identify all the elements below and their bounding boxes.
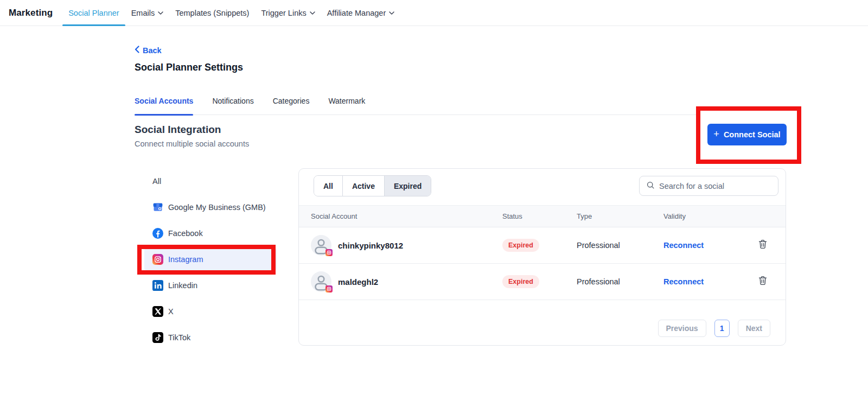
tiktok-icon bbox=[152, 332, 163, 343]
connect-social-label: Connect Social bbox=[724, 130, 781, 139]
tab-social-accounts[interactable]: Social Accounts bbox=[135, 97, 193, 115]
sidebar-item-all[interactable]: All bbox=[144, 168, 277, 194]
reconnect-link[interactable]: Reconnect bbox=[663, 241, 704, 250]
filter-all-button[interactable]: All bbox=[314, 176, 343, 196]
sidebar-item-label: X bbox=[168, 307, 174, 316]
chevron-down-icon bbox=[310, 11, 315, 15]
pagination: Previous 1 Next bbox=[658, 320, 771, 337]
back-link[interactable]: Back bbox=[135, 46, 162, 55]
column-header-validity: Validity bbox=[663, 212, 750, 220]
plus-icon: + bbox=[713, 129, 719, 139]
table-header: Social Account Status Type Validity bbox=[299, 205, 786, 227]
nav-item-label: Templates (Snippets) bbox=[175, 9, 249, 17]
avatar bbox=[311, 271, 331, 292]
social-planner-settings-page: Marketing Social Planner Emails Template… bbox=[0, 0, 868, 407]
status-filter-group: All Active Expired bbox=[314, 175, 431, 196]
column-header-status: Status bbox=[502, 212, 577, 220]
filter-expired-button[interactable]: Expired bbox=[385, 176, 431, 196]
chevron-left-icon bbox=[135, 46, 139, 55]
marketing-title: Marketing bbox=[9, 8, 53, 18]
nav-item-label: Social Planner bbox=[68, 9, 119, 17]
current-page-button[interactable]: 1 bbox=[714, 320, 730, 337]
sidebar-item-label: All bbox=[152, 177, 161, 186]
facebook-icon bbox=[152, 228, 163, 239]
tab-categories[interactable]: Categories bbox=[273, 97, 310, 115]
instagram-badge-icon bbox=[326, 285, 333, 292]
instagram-badge-icon bbox=[326, 249, 333, 256]
settings-tabs: Social Accounts Notifications Categories… bbox=[135, 97, 696, 115]
topnav-items: Social Planner Emails Templates (Snippet… bbox=[62, 0, 400, 26]
nav-item-affiliate-manager[interactable]: Affiliate Manager bbox=[321, 0, 401, 26]
gmb-icon bbox=[152, 202, 163, 213]
annotation-box-connect-social: + Connect Social bbox=[696, 106, 801, 164]
next-page-button[interactable]: Next bbox=[738, 320, 770, 337]
chevron-down-icon bbox=[158, 11, 163, 15]
nav-item-trigger-links[interactable]: Trigger Links bbox=[255, 0, 321, 26]
table-row: maldeghl2 Expired Professional Reconnect bbox=[299, 264, 786, 300]
status-badge: Expired bbox=[502, 275, 539, 288]
account-type: Professional bbox=[577, 277, 663, 286]
column-header-social-account: Social Account bbox=[311, 212, 502, 220]
marketing-topnav: Marketing Social Planner Emails Template… bbox=[0, 0, 868, 26]
tab-watermark[interactable]: Watermark bbox=[328, 97, 365, 115]
delete-account-button[interactable] bbox=[758, 275, 769, 286]
nav-item-label: Affiliate Manager bbox=[327, 9, 386, 17]
sidebar-item-label: TikTok bbox=[168, 333, 190, 342]
filter-active-button[interactable]: Active bbox=[343, 176, 385, 196]
sidebar-item-tiktok[interactable]: TikTok bbox=[144, 325, 277, 351]
chevron-down-icon bbox=[389, 11, 394, 15]
reconnect-link[interactable]: Reconnect bbox=[663, 277, 704, 286]
account-type: Professional bbox=[577, 241, 663, 250]
sidebar-item-label: Linkedin bbox=[168, 281, 197, 290]
tab-notifications[interactable]: Notifications bbox=[212, 97, 253, 115]
nav-item-emails[interactable]: Emails bbox=[125, 0, 170, 26]
sidebar-item-facebook[interactable]: Facebook bbox=[144, 220, 277, 246]
section-subtitle: Connect multiple social accounts bbox=[135, 139, 249, 148]
search-icon bbox=[646, 181, 655, 192]
linkedin-icon bbox=[152, 280, 163, 291]
connect-social-button[interactable]: + Connect Social bbox=[707, 124, 787, 145]
status-badge: Expired bbox=[502, 239, 539, 252]
avatar bbox=[311, 235, 331, 256]
social-accounts-panel: All Active Expired Social Account Status… bbox=[298, 168, 786, 346]
sidebar-item-linkedin[interactable]: Linkedin bbox=[144, 272, 277, 298]
account-name: chinkypinky8012 bbox=[338, 241, 403, 250]
nav-item-label: Trigger Links bbox=[261, 9, 306, 17]
search-social-box bbox=[639, 176, 778, 196]
search-input[interactable] bbox=[659, 182, 771, 190]
nav-item-label: Emails bbox=[131, 9, 155, 17]
back-label: Back bbox=[143, 46, 162, 55]
sidebar-item-label: Facebook bbox=[168, 229, 203, 238]
page-title: Social Planner Settings bbox=[135, 62, 243, 73]
nav-item-templates-snippets[interactable]: Templates (Snippets) bbox=[169, 0, 255, 26]
annotation-box-instagram bbox=[137, 245, 276, 275]
previous-page-button[interactable]: Previous bbox=[658, 320, 706, 337]
delete-account-button[interactable] bbox=[758, 239, 769, 250]
sidebar-item-google-my-business[interactable]: Google My Business (GMB) bbox=[144, 194, 277, 220]
table-row: chinkypinky8012 Expired Professional Rec… bbox=[299, 227, 786, 264]
section-title: Social Integration bbox=[135, 124, 221, 136]
x-icon bbox=[152, 306, 163, 317]
sidebar-item-x[interactable]: X bbox=[144, 298, 277, 325]
account-name: maldeghl2 bbox=[338, 277, 378, 287]
sidebar-item-label: Google My Business (GMB) bbox=[168, 203, 266, 212]
column-header-type: Type bbox=[577, 212, 663, 220]
nav-item-social-planner[interactable]: Social Planner bbox=[62, 0, 125, 26]
